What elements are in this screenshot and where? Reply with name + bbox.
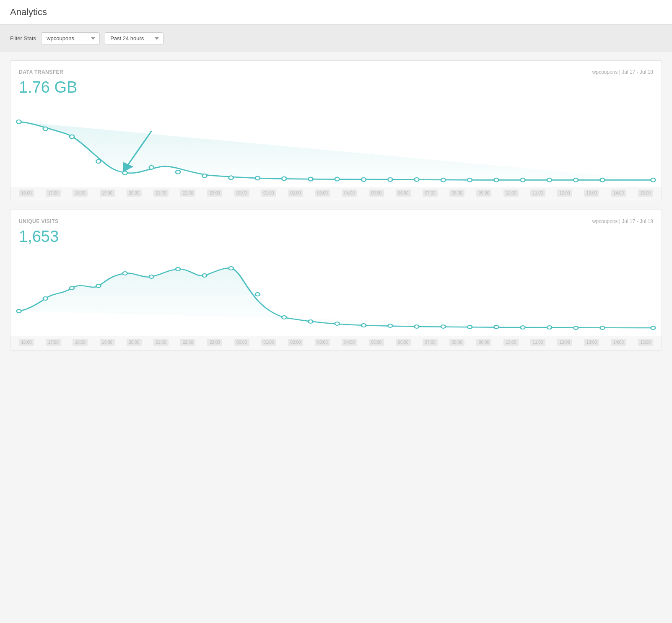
time-label: 09:00 — [476, 189, 491, 197]
time-label: 22:00 — [180, 189, 195, 197]
svg-point-22 — [600, 178, 605, 182]
svg-point-27 — [70, 286, 74, 290]
unique-visits-chart — [19, 252, 653, 336]
time-label: 17:00 — [46, 339, 61, 346]
time-label: 03:00 — [315, 189, 330, 197]
svg-point-14 — [388, 178, 392, 182]
svg-point-8 — [229, 176, 234, 179]
svg-point-40 — [415, 325, 419, 328]
svg-point-6 — [176, 170, 180, 174]
svg-point-42 — [467, 325, 472, 329]
svg-point-31 — [176, 267, 180, 271]
svg-point-45 — [547, 326, 552, 329]
svg-point-3 — [96, 159, 101, 163]
time-label: 21:00 — [153, 339, 169, 346]
data-transfer-value: 1.76 GB — [19, 78, 653, 96]
svg-point-28 — [96, 284, 101, 288]
time-label: 10:00 — [503, 339, 519, 346]
svg-point-1 — [43, 127, 48, 131]
time-label: 14:00 — [611, 339, 626, 346]
data-transfer-card: DATA TRANSFER wpcoupons | Jul 17 - Jul 1… — [10, 60, 662, 201]
page-header: Analytics — [0, 0, 672, 25]
time-label: 17:00 — [46, 189, 61, 197]
time-label: 05:00 — [369, 339, 384, 346]
time-label: 23:00 — [207, 189, 222, 197]
svg-point-30 — [149, 275, 154, 278]
svg-point-41 — [441, 325, 446, 328]
time-label: 06:00 — [396, 339, 411, 346]
svg-point-13 — [361, 178, 366, 182]
time-label: 02:00 — [288, 339, 303, 346]
time-label: 16:00 — [19, 339, 34, 346]
svg-point-0 — [16, 120, 21, 124]
svg-point-25 — [16, 309, 21, 313]
svg-point-2 — [70, 135, 74, 139]
time-label: 21:00 — [153, 189, 169, 197]
time-label: 20:00 — [127, 339, 142, 346]
svg-point-19 — [521, 178, 525, 182]
svg-point-33 — [229, 267, 234, 270]
svg-point-38 — [361, 324, 366, 327]
data-transfer-time-axis: 16:00 17:00 18:00 19:00 20:00 21:00 22:0… — [10, 187, 662, 201]
svg-point-34 — [255, 293, 260, 296]
time-label: 07:00 — [423, 339, 438, 346]
svg-point-44 — [521, 326, 525, 329]
svg-point-17 — [467, 178, 472, 182]
time-label: 16:00 — [19, 189, 34, 197]
time-label: 05:00 — [369, 189, 384, 197]
svg-point-16 — [441, 178, 446, 182]
filter-bar: Filter Stats wpcoupons Past 24 hours Pas… — [0, 25, 672, 52]
time-label: 23:00 — [207, 339, 222, 346]
svg-point-36 — [308, 320, 313, 323]
svg-point-10 — [282, 177, 286, 181]
time-label: 19:00 — [100, 339, 115, 346]
time-label: 09:00 — [476, 339, 491, 346]
data-transfer-title: DATA TRANSFER — [19, 69, 63, 75]
time-label: 03:00 — [315, 339, 330, 346]
unique-visits-card: UNIQUE VISITS wpcoupons | Jul 17 - Jul 1… — [10, 210, 662, 350]
svg-point-5 — [149, 166, 154, 169]
svg-point-7 — [202, 174, 207, 178]
time-label: 08:00 — [449, 189, 464, 197]
time-label: 18:00 — [73, 189, 88, 197]
time-label: 07:00 — [423, 189, 438, 197]
time-label: 15:00 — [638, 339, 653, 346]
data-transfer-header: DATA TRANSFER wpcoupons | Jul 17 - Jul 1… — [19, 69, 653, 75]
main-content: DATA TRANSFER wpcoupons | Jul 17 - Jul 1… — [0, 52, 672, 359]
time-label: 01:00 — [261, 339, 276, 346]
time-label: 01:00 — [261, 189, 276, 197]
filter-label: Filter Stats — [10, 35, 36, 42]
data-transfer-chart — [19, 103, 653, 187]
site-select[interactable]: wpcoupons — [41, 32, 100, 44]
svg-point-12 — [335, 177, 340, 181]
time-label: 12:00 — [557, 189, 572, 197]
time-label: 13:00 — [584, 189, 599, 197]
time-select[interactable]: Past 24 hours Past 7 days Past 30 days — [105, 32, 163, 44]
unique-visits-meta: wpcoupons | Jul 17 - Jul 18 — [592, 218, 653, 224]
time-label: 18:00 — [73, 339, 88, 346]
svg-point-4 — [123, 171, 127, 175]
svg-point-15 — [415, 178, 419, 182]
svg-point-35 — [282, 316, 286, 319]
svg-point-43 — [494, 325, 498, 329]
time-label: 06:00 — [396, 189, 411, 197]
svg-point-39 — [388, 324, 392, 327]
time-label: 20:00 — [127, 189, 142, 197]
time-label: 19:00 — [100, 189, 115, 197]
svg-point-32 — [202, 274, 207, 277]
page-title: Analytics — [10, 7, 662, 18]
time-label: 11:00 — [530, 339, 545, 346]
unique-visits-header: UNIQUE VISITS wpcoupons | Jul 17 - Jul 1… — [19, 218, 653, 224]
svg-point-47 — [600, 326, 605, 330]
time-label: 04:00 — [342, 339, 357, 346]
time-label: 11:00 — [530, 189, 545, 197]
unique-visits-title: UNIQUE VISITS — [19, 218, 59, 224]
svg-point-26 — [43, 297, 48, 300]
svg-point-23 — [651, 178, 655, 182]
unique-visits-time-axis: 16:00 17:00 18:00 19:00 20:00 21:00 22:0… — [10, 336, 662, 350]
time-label: 13:00 — [584, 339, 599, 346]
time-label: 15:00 — [638, 189, 653, 197]
time-label: 10:00 — [503, 189, 519, 197]
time-label: 04:00 — [342, 189, 357, 197]
time-label: 00:00 — [234, 339, 249, 346]
